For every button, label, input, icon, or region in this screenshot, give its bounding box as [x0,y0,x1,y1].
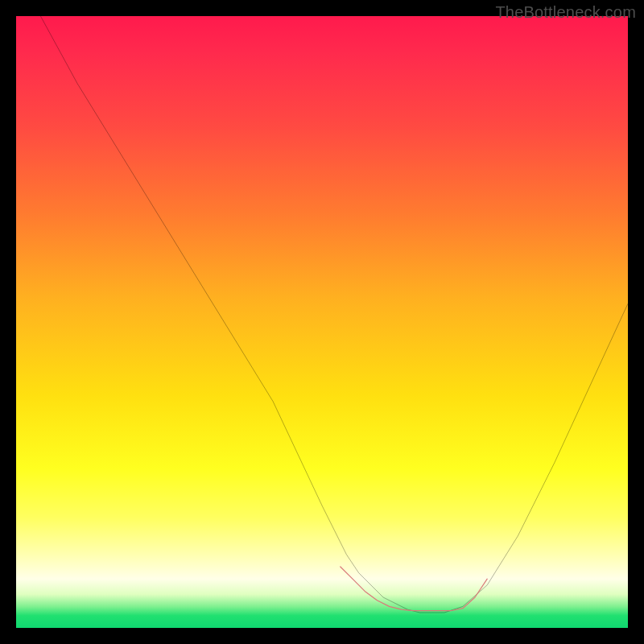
watermark-text: TheBottleneck.com [495,3,636,22]
chart-frame: TheBottleneck.com [0,0,644,644]
bottleneck-highlight [341,567,487,611]
right-curve [444,303,628,613]
plot-area [16,16,628,628]
left-curve [40,16,444,613]
curve-layer [16,16,628,628]
